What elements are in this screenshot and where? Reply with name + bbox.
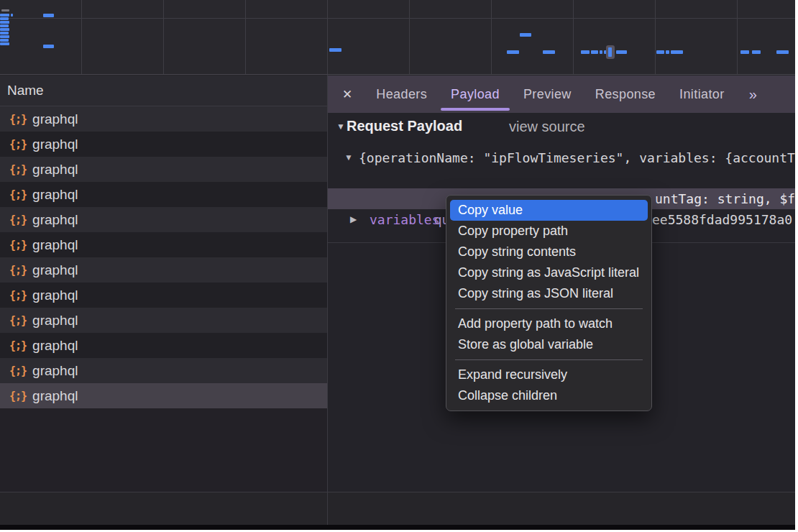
operation-name-row[interactable]: operationName: "ipFlowTimeseries"	[327, 168, 795, 188]
timeline-hover-marker	[606, 45, 615, 59]
collapse-triangle-icon[interactable]: ▼	[336, 121, 345, 132]
request-timing-bar	[543, 50, 555, 54]
timeline-hover-marker-bar	[608, 47, 612, 57]
request-timing-bar	[0, 39, 9, 42]
request-payload-title: Request Payload	[347, 118, 462, 134]
timeline-gridline	[409, 0, 410, 74]
timeline-gridline	[327, 0, 328, 74]
request-timing-bar	[671, 50, 683, 54]
timeline-gridline	[81, 0, 82, 74]
context-menu-item[interactable]: Copy string contents	[446, 242, 651, 262]
network-request-row[interactable]: {;}graphql	[0, 283, 327, 308]
timeline-gridline	[163, 0, 164, 74]
request-timing-bar	[0, 32, 9, 35]
network-request-row[interactable]: {;}graphql	[0, 182, 327, 207]
json-request-icon: {;}	[9, 188, 27, 201]
context-menu: Copy valueCopy property pathCopy string …	[446, 195, 652, 411]
tab-payload[interactable]: Payload	[451, 87, 500, 102]
request-timing-bar	[666, 50, 669, 54]
tab-response[interactable]: Response	[595, 87, 656, 102]
request-timing-bar	[11, 14, 13, 17]
json-request-icon: {;}	[9, 239, 27, 252]
panel-splitter[interactable]	[327, 75, 328, 526]
request-timing-bar	[752, 50, 761, 54]
request-timing-bar	[507, 50, 519, 54]
request-timing-bar	[1, 9, 9, 12]
network-request-row[interactable]: {;}graphql	[0, 308, 327, 333]
timeline-gridline	[737, 0, 738, 74]
request-name-label: graphql	[32, 111, 78, 127]
column-header-name-label: Name	[7, 83, 44, 98]
json-request-icon: {;}	[9, 314, 27, 327]
json-request-icon: {;}	[9, 364, 27, 377]
network-request-row[interactable]: {;}graphql	[0, 333, 327, 358]
context-menu-separator	[455, 308, 643, 309]
property-value-right-fragment: untTag: string, $f	[655, 188, 795, 209]
request-timing-bar	[43, 45, 54, 48]
expand-triangle-icon[interactable]: ▶	[350, 209, 357, 230]
column-header-name[interactable]: Name	[0, 75, 327, 106]
request-timing-bar	[0, 14, 9, 17]
network-request-row[interactable]: {;}graphql	[0, 207, 327, 232]
request-timing-bar	[329, 48, 341, 52]
network-request-row[interactable]: {;}graphql	[0, 383, 327, 408]
request-timing-bar	[591, 50, 598, 54]
tab-headers[interactable]: Headers	[376, 87, 427, 102]
network-request-row[interactable]: {;}graphql	[0, 232, 327, 257]
more-tabs-button[interactable]: »	[749, 86, 757, 103]
network-request-row[interactable]: {;}graphql	[0, 358, 327, 383]
request-name-label: graphql	[32, 363, 78, 379]
request-name-label: graphql	[32, 388, 78, 404]
request-timing-bar	[616, 50, 627, 54]
request-name-label: graphql	[32, 187, 78, 203]
json-request-icon: {;}	[9, 289, 27, 302]
property-value-right-fragment: ee5588fdad995178a0	[652, 209, 792, 230]
request-name-label: graphql	[32, 338, 78, 354]
context-menu-item[interactable]: Copy string as JSON literal	[446, 283, 651, 304]
timeline-gridline	[245, 0, 246, 74]
json-request-icon: {;}	[9, 163, 27, 176]
context-menu-item[interactable]: Copy property path	[446, 221, 651, 242]
network-request-row[interactable]: {;}graphql	[0, 132, 327, 157]
window-bottom-bar	[0, 525, 795, 530]
property-key: variables	[370, 209, 440, 230]
context-menu-separator	[455, 359, 643, 360]
request-name-label: graphql	[32, 237, 78, 253]
json-request-icon: {;}	[9, 339, 27, 352]
context-menu-item[interactable]: Add property path to watch	[446, 313, 651, 334]
request-name-label: graphql	[32, 262, 78, 278]
view-source-link[interactable]: view source	[509, 119, 585, 135]
devtools-window: Name {;}graphql{;}graphql{;}graphql{;}gr…	[0, 0, 795, 530]
request-timing-bar	[656, 50, 664, 54]
request-name-label: graphql	[32, 137, 78, 152]
request-name-label: graphql	[32, 162, 78, 178]
request-timing-bar	[0, 35, 9, 38]
context-menu-item[interactable]: Expand recursively	[446, 364, 651, 385]
context-menu-item[interactable]: Copy value	[450, 200, 648, 221]
request-timing-bar	[0, 42, 9, 45]
collapse-triangle-icon[interactable]: ▼	[344, 147, 353, 168]
network-overview-timeline[interactable]	[0, 0, 795, 75]
timeline-gridline	[655, 0, 656, 74]
footer-divider	[0, 492, 795, 492]
timeline-horizontal-gridline	[0, 18, 795, 19]
payload-preview-row[interactable]: ▼ {operationName: "ipFlowTimeseries", va…	[327, 147, 795, 168]
network-request-row[interactable]: {;}graphql	[0, 257, 327, 283]
request-name-label: graphql	[32, 288, 78, 303]
context-menu-item[interactable]: Store as global variable	[446, 334, 651, 355]
request-timing-bar	[776, 50, 789, 54]
json-request-icon: {;}	[9, 214, 27, 226]
timeline-gridline	[573, 0, 574, 74]
context-menu-item[interactable]: Collapse children	[446, 385, 651, 406]
close-details-button[interactable]: ✕	[342, 87, 352, 102]
network-request-row[interactable]: {;}graphql	[0, 157, 327, 182]
request-timing-bar	[600, 50, 602, 54]
context-menu-item[interactable]: Copy string as JavaScript literal	[446, 262, 651, 283]
timeline-gridline	[491, 0, 492, 74]
tab-preview[interactable]: Preview	[523, 87, 572, 102]
network-request-row[interactable]: {;}graphql	[0, 106, 327, 132]
request-timing-bar	[0, 24, 9, 27]
request-name-label: graphql	[32, 313, 78, 329]
tab-initiator[interactable]: Initiator	[679, 87, 725, 102]
request-timing-bar	[581, 50, 590, 54]
